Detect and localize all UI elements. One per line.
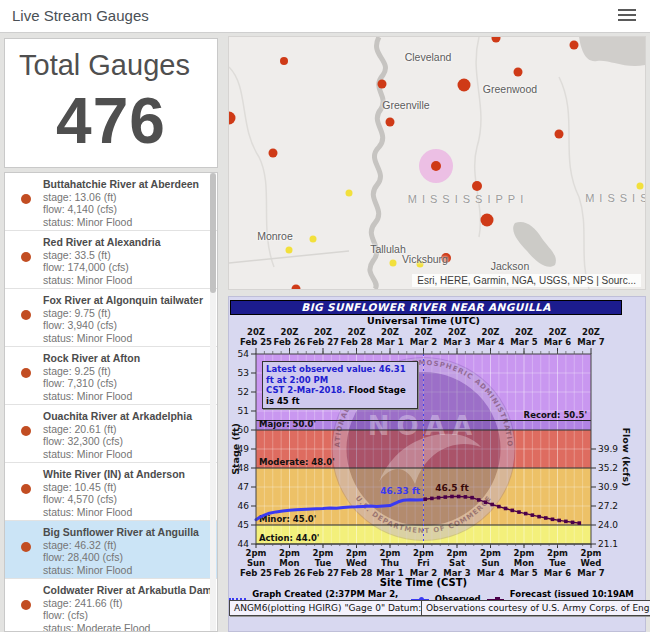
utc-date-label: Feb 26 xyxy=(273,337,305,347)
utc-date-label: Mar 2 xyxy=(410,337,437,347)
threshold-label: Minor: 45.0' xyxy=(259,514,316,524)
flow-tick-label: 39.9 xyxy=(598,444,618,454)
gauge-marker-action[interactable] xyxy=(286,247,293,254)
stage-tick-label: 47 xyxy=(238,482,249,492)
gauge-status: status: Minor Flood xyxy=(43,274,203,287)
gauge-marker-flood[interactable] xyxy=(472,181,482,191)
gauge-name: White River (IN) at Anderson xyxy=(43,468,203,481)
gauge-marker-flood[interactable] xyxy=(514,68,523,77)
list-item[interactable]: White River (IN) at Andersonstage: 10.45… xyxy=(5,463,217,521)
gauge-marker-selected[interactable] xyxy=(431,161,441,171)
site-time-tick-label: 2pm xyxy=(581,548,602,558)
forecast-point xyxy=(551,518,555,522)
gauge-marker-flood[interactable] xyxy=(280,57,288,65)
gauge-marker-flood[interactable] xyxy=(458,79,471,92)
gauge-status-dot-icon xyxy=(21,194,31,204)
map[interactable]: ClevelandGreenvilleGreenwoodMonroeTallul… xyxy=(228,36,646,290)
list-item[interactable]: Coldwater River at Arkabutla Damstage: 2… xyxy=(5,579,217,632)
gauge-flow: flow: 7,310 (cfs) xyxy=(43,377,203,390)
forecast-point xyxy=(531,513,535,517)
list-scrollbar-thumb[interactable] xyxy=(210,173,216,293)
utc-date-label: Feb 27 xyxy=(307,337,339,347)
utc-date-label: Mar 5 xyxy=(510,337,537,347)
gauge-status: status: Minor Flood xyxy=(43,564,203,577)
map-label-state: MISSISS xyxy=(585,192,646,204)
list-item[interactable]: Buttahatchie River at Aberdeenstage: 13.… xyxy=(5,173,217,231)
utc-hour-label: 20Z xyxy=(281,327,299,337)
utc-hour-label: 20Z xyxy=(247,327,265,337)
gauge-marker-flood[interactable] xyxy=(555,130,564,139)
gauge-flow: flow: (cfs) xyxy=(43,609,203,622)
site-day-label: Wed xyxy=(581,558,602,568)
utc-date-label: Mar 3 xyxy=(443,337,470,347)
forecast-point xyxy=(517,510,521,514)
list-item[interactable]: Rock River at Aftonstage: 9.25 (ft)flow:… xyxy=(5,347,217,405)
gauge-marker-action[interactable] xyxy=(346,190,353,197)
menu-icon[interactable] xyxy=(618,9,636,23)
gauge-marker-flood[interactable] xyxy=(378,80,387,89)
observations-courtesy-note: Observations courtesy of U.S. Army Corps… xyxy=(421,600,650,616)
gauge-flow: flow: 4,140 (cfs) xyxy=(43,203,203,216)
chart-top-axis-title: Universal Time (UTC) xyxy=(256,315,591,326)
list-item[interactable]: Fox River at Algonquin tailwaterstage: 9… xyxy=(5,289,217,347)
utc-hour-label: 20Z xyxy=(482,327,500,337)
site-day-label: Tue xyxy=(549,558,566,568)
list-item[interactable]: Big Sunflower River at Anguillastage: 46… xyxy=(5,521,217,579)
gauge-name: Rock River at Afton xyxy=(43,352,203,365)
gauge-marker-flood[interactable] xyxy=(292,285,301,291)
observed-peak-label: 46.33 ft xyxy=(380,486,421,496)
gauge-flow: flow: 32,300 (cfs) xyxy=(43,435,203,448)
map-label-city: Greenville xyxy=(382,99,429,111)
forecast-point xyxy=(490,503,494,507)
gauge-stage: stage: 10.45 (ft) xyxy=(43,481,203,494)
site-day-label: Mon xyxy=(279,558,299,568)
gauge-marker-flood[interactable] xyxy=(386,118,395,127)
site-time-tick-label: 2pm xyxy=(346,548,367,558)
list-item[interactable]: Ouachita River at Arkadelphiastage: 20.6… xyxy=(5,405,217,463)
site-day-label: Fri xyxy=(417,558,429,568)
gauge-flow: flow: 28,400 (cfs) xyxy=(43,551,203,564)
forecast-point xyxy=(430,497,434,501)
forecast-peak-label: 46.5 ft xyxy=(435,483,469,493)
site-day-label: Thu xyxy=(381,558,399,568)
stage-tick-label: 51 xyxy=(238,406,249,416)
gauge-list: Buttahatchie River at Aberdeenstage: 13.… xyxy=(4,172,218,632)
stage-tick-label: 45 xyxy=(238,520,249,530)
gauge-status: status: Minor Flood xyxy=(43,448,203,461)
gauge-marker-action[interactable] xyxy=(390,260,397,267)
utc-hour-label: 20Z xyxy=(415,327,433,337)
gauge-status: status: Minor Flood xyxy=(43,332,203,345)
forecast-point xyxy=(497,505,501,509)
gauge-marker-action[interactable] xyxy=(310,236,317,243)
stage-tick-label: 53 xyxy=(238,368,249,378)
stage-tick-label: 54 xyxy=(238,349,250,359)
utc-date-label: Feb 28 xyxy=(340,337,372,347)
gauge-stage: stage: 9.25 (ft) xyxy=(43,365,203,378)
forecast-point xyxy=(524,512,528,516)
list-item[interactable]: Red River at Alexandriastage: 33.5 (ft)f… xyxy=(5,231,217,289)
threshold-label: Major: 50.0' xyxy=(259,419,316,429)
gauge-marker-action[interactable] xyxy=(637,183,644,190)
forecast-point xyxy=(457,495,461,499)
gauge-marker-flood[interactable] xyxy=(269,149,278,158)
gauge-stage: stage: 46.32 (ft) xyxy=(43,539,203,552)
map-attribution: Esri, HERE, Garmin, NGA, USGS, NPS | Sou… xyxy=(412,274,641,287)
list-scrollbar[interactable] xyxy=(210,173,216,631)
gauge-marker-flood[interactable] xyxy=(570,41,579,50)
gauge-name: Coldwater River at Arkabutla Dam xyxy=(43,584,203,597)
gauge-marker-flood[interactable] xyxy=(481,214,494,227)
forecast-point xyxy=(450,495,454,499)
gauge-status-dot-icon xyxy=(21,484,31,494)
utc-date-label: Mar 1 xyxy=(376,337,403,347)
gauge-status: status: Moderate Flood xyxy=(43,622,203,632)
forecast-point xyxy=(544,516,548,520)
site-time-tick-label: 2pm xyxy=(447,548,468,558)
utc-date-label: Mar 4 xyxy=(477,337,504,347)
site-time-tick-label: 2pm xyxy=(547,548,568,558)
gauge-status-dot-icon xyxy=(21,252,31,262)
site-day-label: Sun xyxy=(247,558,265,568)
flow-tick-label: 27.2 xyxy=(598,501,618,511)
gauge-stage: stage: 241.66 (ft) xyxy=(43,597,203,610)
flow-tick-label: 24.0 xyxy=(598,520,618,530)
threshold-label: Moderate: 48.0' xyxy=(259,457,335,467)
